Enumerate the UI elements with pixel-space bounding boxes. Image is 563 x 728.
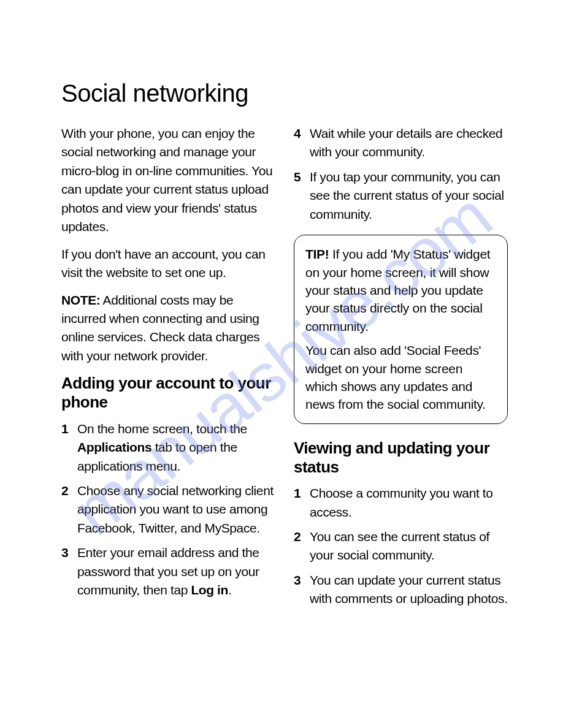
list-item: 5 If you tap your community, you can see… xyxy=(294,168,508,224)
list-num: 3 xyxy=(294,571,310,590)
list-num: 5 xyxy=(294,168,310,186)
list-num: 4 xyxy=(294,124,310,143)
list-text: Choose a community you want to access. xyxy=(310,484,508,521)
steps-list-1a: 1 On the home screen, touch the Applicat… xyxy=(61,420,275,600)
list-text: On the home screen, touch the Applicatio… xyxy=(77,420,275,476)
list-item: 2 You can see the current status of your… xyxy=(294,528,508,565)
tip-box: TIP! If you add 'My Status' widget on yo… xyxy=(294,235,508,424)
section-1-heading: Adding your account to your phone xyxy=(61,374,275,412)
list-item: 1 Choose a community you want to access. xyxy=(294,484,508,521)
list-item: 1 On the home screen, touch the Applicat… xyxy=(61,420,275,476)
list-text: You can see the current status of your s… xyxy=(310,528,508,565)
intro-para-2: If you don't have an account, you can vi… xyxy=(61,245,275,282)
tip-para-1: TIP! If you add 'My Status' widget on yo… xyxy=(305,245,496,335)
list-item: 3 Enter your email address and the passw… xyxy=(61,544,275,599)
intro-para-1: With your phone, you can enjoy the socia… xyxy=(61,124,275,237)
note-label: NOTE: xyxy=(61,293,100,307)
list-num: 2 xyxy=(61,482,77,500)
list-num: 1 xyxy=(61,420,77,438)
list-text: Wait while your details are checked with… xyxy=(310,124,508,162)
list-text: Choose any social networking client appl… xyxy=(77,482,275,537)
steps-list-2: 1 Choose a community you want to access.… xyxy=(294,484,508,609)
note-para: NOTE: Additional costs may be incurred w… xyxy=(61,291,275,366)
list-item: 2 Choose any social networking client ap… xyxy=(61,482,275,537)
section-2-heading: Viewing and updating your status xyxy=(294,439,508,477)
page-title: Social networking xyxy=(61,80,508,107)
left-column: With your phone, you can enjoy the socia… xyxy=(61,124,275,620)
list-num: 3 xyxy=(61,544,77,562)
list-num: 1 xyxy=(294,484,310,502)
tip-para-2: You can also add 'Social Feeds' widget o… xyxy=(305,341,496,414)
right-column: 4 Wait while your details are checked wi… xyxy=(294,124,508,620)
content-columns: With your phone, you can enjoy the socia… xyxy=(61,124,508,620)
list-text: You can update your current status with … xyxy=(310,571,508,609)
list-num: 2 xyxy=(294,528,310,546)
list-item: 4 Wait while your details are checked wi… xyxy=(294,124,508,162)
list-text: Enter your email address and the passwor… xyxy=(77,544,275,599)
list-item: 3 You can update your current status wit… xyxy=(294,571,508,609)
tip-label: TIP! xyxy=(305,247,329,261)
list-text: If you tap your community, you can see t… xyxy=(310,168,508,224)
steps-list-1b: 4 Wait while your details are checked wi… xyxy=(294,124,508,224)
